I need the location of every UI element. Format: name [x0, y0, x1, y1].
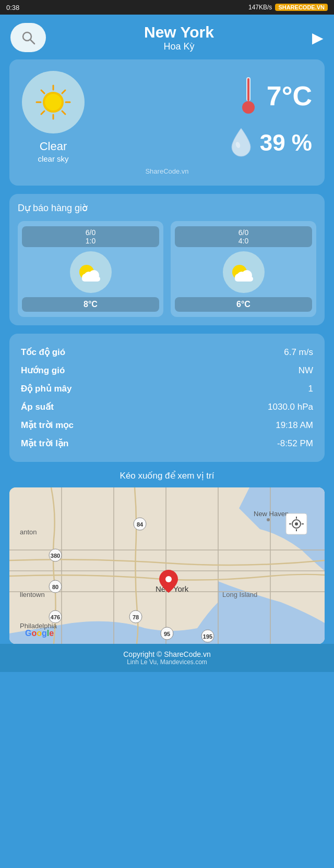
svg-point-3 — [45, 94, 62, 111]
weather-main: Clear clear sky 7°C 39 % — [22, 71, 312, 163]
forecast-icon-1 — [70, 251, 112, 293]
watermark: ShareCode.vn — [22, 167, 312, 175]
svg-text:84: 84 — [137, 521, 144, 528]
sun-circle — [22, 71, 85, 133]
forecast-card: Dự báo hàng giờ 6/0 1:0 8°C 6/0 — [9, 194, 325, 325]
wind-speed-label: Tốc độ gió — [21, 347, 65, 358]
sharecode-badge: SHARECODE.VN — [275, 4, 328, 11]
map-container[interactable]: 84 380 80 476 78 95 195 anton llentown P… — [9, 487, 325, 644]
pressure-label: Áp suất — [21, 401, 54, 412]
svg-rect-15 — [247, 78, 249, 97]
weather-description: clear sky — [38, 154, 68, 163]
detail-row-sunrise: Mặt trời mọc 19:18 AM — [21, 416, 313, 434]
svg-text:New Haven: New Haven — [254, 510, 289, 518]
detail-row-wind-speed: Tốc độ gió 6.7 m/s — [21, 343, 313, 361]
wind-dir-label: Hướng gió — [21, 365, 65, 376]
footer: Copyright © ShareCode.vn Linh Le Vu, Man… — [0, 644, 334, 672]
svg-text:95: 95 — [164, 631, 170, 637]
status-bar: 0:38 147KB/s SHARECODE.VN — [0, 0, 334, 15]
svg-text:380: 380 — [51, 553, 60, 559]
svg-text:80: 80 — [52, 584, 58, 590]
details-card: Tốc độ gió 6.7 m/s Hướng gió NW Độ phủ m… — [9, 334, 325, 462]
svg-text:476: 476 — [51, 614, 60, 620]
header: New York Hoa Kỳ ▶ — [0, 15, 334, 59]
forecast-temp-1: 8°C — [22, 297, 159, 312]
weather-left: Clear clear sky — [22, 71, 85, 163]
forecast-icon-2 — [223, 251, 265, 293]
wind-dir-value: NW — [299, 365, 313, 376]
svg-point-56 — [267, 518, 270, 521]
status-time: 0:38 — [6, 4, 19, 11]
forecast-item-1: 6/0 1:0 8°C — [18, 221, 163, 317]
humidity-row: 39 % — [230, 126, 312, 160]
weather-condition: Clear — [40, 140, 67, 153]
svg-line-8 — [41, 90, 44, 93]
forecast-items: 6/0 1:0 8°C 6/0 4:0 — [18, 221, 316, 317]
weather-right: 7°C 39 % — [230, 75, 312, 160]
svg-point-14 — [242, 101, 255, 114]
humidity-value: 39 % — [260, 130, 312, 156]
forecast-temp-2: 6°C — [175, 297, 312, 312]
thermometer-icon — [237, 75, 259, 117]
svg-text:Google: Google — [25, 629, 54, 638]
forecast-time-2: 6/0 4:0 — [175, 226, 312, 247]
svg-line-1 — [30, 40, 34, 44]
city-name: New York — [46, 23, 312, 41]
partly-cloudy-icon-1 — [75, 261, 106, 284]
detail-row-sunset: Mặt trời lặn -8:52 PM — [21, 434, 313, 453]
temperature-value: 7°C — [267, 80, 312, 112]
svg-rect-21 — [82, 276, 100, 282]
sun-icon — [32, 81, 74, 123]
sunrise-label: Mặt trời mọc — [21, 420, 74, 431]
footer-author: Linh Le Vu, Mandevices.com — [6, 658, 328, 666]
svg-text:78: 78 — [133, 614, 139, 620]
sunset-label: Mặt trời lặn — [21, 438, 68, 449]
svg-rect-26 — [235, 276, 253, 282]
svg-line-10 — [62, 90, 65, 93]
footer-copyright: Copyright © ShareCode.vn — [6, 650, 328, 658]
wind-speed-value: 6.7 m/s — [284, 347, 313, 358]
partly-cloudy-icon-2 — [228, 261, 259, 284]
water-drop-icon — [230, 126, 253, 160]
map-svg: 84 380 80 476 78 95 195 anton llentown P… — [9, 487, 325, 644]
pressure-value: 1030.0 hPa — [268, 402, 313, 412]
sunset-value: -8:52 PM — [277, 438, 313, 449]
header-title: New York Hoa Kỳ — [46, 23, 312, 52]
weather-card: Clear clear sky 7°C 39 % — [9, 59, 325, 186]
search-button[interactable] — [10, 23, 46, 52]
detail-row-pressure: Áp suất 1030.0 hPa — [21, 398, 313, 416]
cloud-value: 1 — [308, 384, 313, 394]
search-icon — [20, 30, 36, 45]
forecast-title: Dự báo hàng giờ — [18, 202, 316, 214]
svg-point-58 — [165, 576, 172, 582]
svg-text:llentown: llentown — [20, 591, 45, 598]
nav-arrow-button[interactable]: ▶ — [312, 29, 324, 46]
svg-text:anton: anton — [20, 528, 37, 536]
pull-down-text: Kéo xuống để xem vị trí — [0, 470, 334, 481]
detail-row-wind-dir: Hướng gió NW — [21, 361, 313, 380]
svg-line-9 — [62, 111, 65, 114]
detail-row-cloud: Độ phủ mây 1 — [21, 380, 313, 398]
svg-text:Long Island: Long Island — [222, 591, 257, 598]
svg-text:195: 195 — [203, 633, 212, 640]
cloud-label: Độ phủ mây — [21, 383, 72, 394]
svg-line-11 — [41, 111, 44, 114]
temperature-row: 7°C — [237, 75, 312, 117]
svg-point-65 — [295, 522, 298, 525]
status-right: 147KB/s SHARECODE.VN — [248, 4, 328, 11]
forecast-item-2: 6/0 4:0 6°C — [171, 221, 316, 317]
forecast-time-1: 6/0 1:0 — [22, 226, 159, 247]
network-speed: 147KB/s — [248, 4, 272, 11]
country-name: Hoa Kỳ — [46, 41, 312, 52]
sunrise-value: 19:18 AM — [276, 420, 313, 431]
